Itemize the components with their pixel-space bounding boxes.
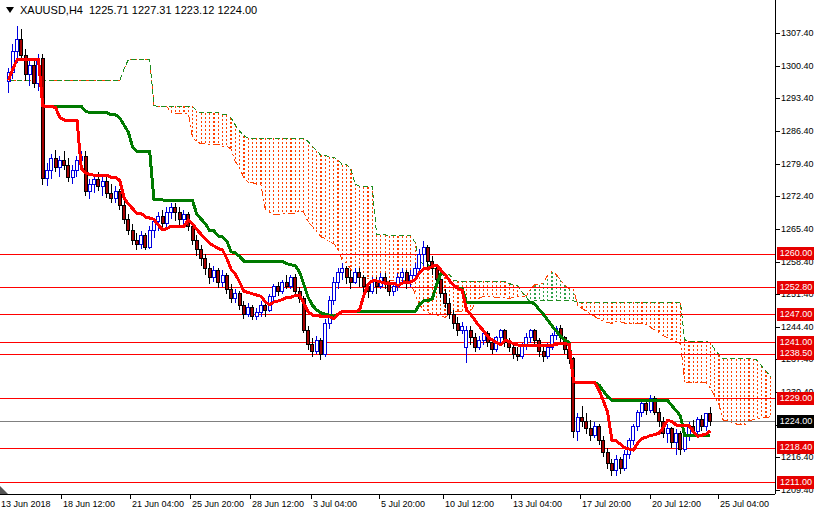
price-tick-mark	[776, 229, 780, 230]
time-tick-label: 18 Jun 12:00	[63, 499, 115, 509]
ichimoku-cloud	[171, 106, 770, 425]
price-tick-mark	[776, 164, 780, 165]
time-tick-mark	[718, 495, 719, 499]
symbol-dropdown-icon	[6, 7, 14, 13]
time-tick-mark	[650, 495, 651, 499]
price-tick-mark	[776, 33, 780, 34]
level-price-label: 1260.00	[777, 247, 814, 260]
time-axis: 13 Jun 201818 Jun 12:0021 Jun 04:0025 Ju…	[0, 494, 775, 514]
current-price-label: 1224.00	[777, 415, 814, 428]
price-tick-mark	[776, 457, 780, 458]
time-tick-mark	[61, 495, 62, 499]
price-tick-label: 1265.40	[781, 224, 814, 234]
price-tick-label: 1307.40	[781, 28, 814, 38]
scroll-marker-icon	[0, 486, 8, 494]
level-price-label: 1229.00	[777, 392, 814, 405]
time-tick-mark	[130, 495, 131, 499]
time-tick-label: 25 Jun 20:00	[192, 499, 244, 509]
chart-window[interactable]: 1307.401300.401293.401286.401279.401272.…	[0, 0, 814, 514]
symbol-period-label: XAUUSD,H4	[20, 4, 83, 16]
price-tick-mark	[776, 490, 780, 491]
level-price-label: 1218.40	[777, 441, 814, 454]
time-tick-label: 10 Jul 12:00	[445, 499, 494, 509]
level-price-label: 1238.50	[777, 347, 814, 360]
price-tick-mark	[776, 262, 780, 263]
price-tick-mark	[776, 294, 780, 295]
time-tick-label: 3 Jul 04:00	[313, 499, 357, 509]
time-tick-label: 13 Jul 04:00	[513, 499, 562, 509]
price-chart-canvas[interactable]	[0, 0, 775, 494]
level-price-label: 1211.00	[777, 476, 814, 489]
senkou-span-a-line	[9, 60, 771, 426]
time-tick-mark	[379, 495, 380, 499]
time-tick-label: 5 Jul 20:00	[381, 499, 425, 509]
time-tick-label: 17 Jul 20:00	[582, 499, 631, 509]
price-tick-label: 1300.40	[781, 61, 814, 71]
time-tick-mark	[511, 495, 512, 499]
price-axis: 1307.401300.401293.401286.401279.401272.…	[775, 0, 814, 494]
time-tick-mark	[311, 495, 312, 499]
time-tick-mark	[250, 495, 251, 499]
time-tick-mark	[190, 495, 191, 499]
price-tick-mark	[776, 131, 780, 132]
price-tick-mark	[776, 327, 780, 328]
price-tick-mark	[776, 196, 780, 197]
price-tick-label: 1272.40	[781, 191, 814, 201]
price-tick-label: 1286.40	[781, 126, 814, 136]
time-tick-mark	[443, 495, 444, 499]
price-tick-label: 1293.40	[781, 93, 814, 103]
price-tick-label: 1279.40	[781, 159, 814, 169]
time-tick-label: 13 Jun 2018	[1, 499, 51, 509]
chart-title: XAUUSD,H4 1225.71 1227.31 1223.12 1224.0…	[6, 4, 257, 16]
time-tick-label: 25 Jul 04:00	[720, 499, 769, 509]
time-tick-mark	[580, 495, 581, 499]
time-tick-label: 28 Jun 12:00	[252, 499, 304, 509]
price-tick-mark	[776, 66, 780, 67]
ohlc-values: 1225.71 1227.31 1223.12 1224.00	[89, 4, 257, 16]
time-tick-label: 21 Jun 04:00	[132, 499, 184, 509]
price-tick-mark	[776, 98, 780, 99]
time-tick-label: 20 Jul 12:00	[652, 499, 701, 509]
level-price-label: 1247.00	[777, 308, 814, 321]
level-price-label: 1252.80	[777, 281, 814, 294]
price-tick-label: 1244.40	[781, 322, 814, 332]
